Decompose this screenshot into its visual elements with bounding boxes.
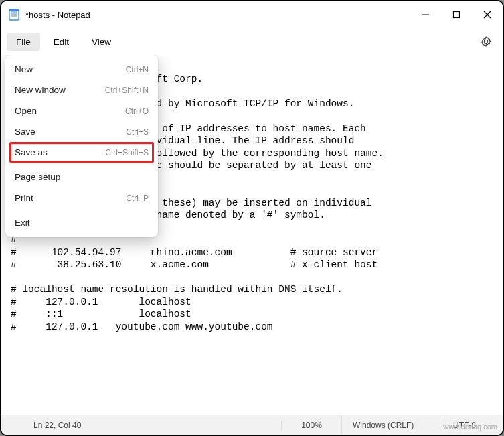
menu-item-label: Open — [15, 106, 37, 116]
status-position-text: Ln 22, Col 40 — [33, 421, 81, 430]
menu-item-save[interactable]: Save Ctrl+S — [8, 121, 155, 142]
window-controls — [410, 1, 503, 28]
file-menu-dropdown: New Ctrl+N New window Ctrl+Shift+N Open … — [5, 55, 158, 237]
window-title: *hosts - Notepad — [25, 10, 410, 20]
status-zoom[interactable]: 100% — [282, 415, 342, 435]
status-encoding: UTF-8 — [442, 415, 503, 435]
content-area: icrosoft Corp. le used by Microsoft TCP/… — [1, 55, 503, 415]
maximize-button[interactable] — [441, 1, 472, 28]
notepad-icon — [8, 9, 20, 21]
menu-view[interactable]: View — [82, 33, 120, 51]
gear-icon — [480, 35, 492, 48]
menu-item-label: Exit — [15, 218, 30, 228]
menu-edit[interactable]: Edit — [44, 33, 78, 51]
menu-item-open[interactable]: Open Ctrl+O — [8, 100, 155, 121]
notepad-window: *hosts - Notepad File Edit View — [0, 0, 504, 436]
menu-item-new-window[interactable]: New window Ctrl+Shift+N — [8, 80, 155, 100]
menu-item-shortcut: Ctrl+N — [126, 65, 149, 74]
close-button[interactable] — [472, 1, 503, 28]
status-line-ending: Windows (CRLF) — [342, 415, 442, 435]
menu-item-print[interactable]: Print Ctrl+P — [8, 188, 155, 208]
menu-item-new[interactable]: New Ctrl+N — [8, 59, 155, 80]
svg-rect-4 — [9, 9, 19, 11]
menu-item-exit[interactable]: Exit — [8, 212, 155, 233]
statusbar: Ln 22, Col 40 100% Windows (CRLF) UTF-8 — [1, 415, 503, 435]
titlebar: *hosts - Notepad — [1, 1, 503, 28]
menu-item-shortcut: Ctrl+Shift+S — [105, 148, 149, 157]
menu-item-save-as[interactable]: Save as Ctrl+Shift+S — [8, 142, 155, 163]
svg-rect-6 — [454, 12, 460, 18]
settings-button[interactable] — [475, 30, 497, 53]
menu-item-shortcut: Ctrl+O — [125, 106, 149, 116]
menu-item-label: Print — [15, 193, 33, 203]
menu-item-label: Page setup — [15, 172, 60, 182]
menu-item-label: Save — [15, 127, 35, 137]
minimize-button[interactable] — [410, 1, 441, 28]
menu-file[interactable]: File — [7, 33, 40, 51]
menubar: File Edit View — [1, 28, 503, 55]
status-position: Ln 22, Col 40 — [1, 421, 282, 430]
menu-item-page-setup[interactable]: Page setup — [8, 167, 155, 188]
menu-item-shortcut: Ctrl+Shift+N — [105, 86, 149, 95]
menu-item-shortcut: Ctrl+S — [126, 127, 149, 137]
menu-item-shortcut: Ctrl+P — [126, 194, 149, 203]
menu-item-label: New window — [15, 85, 66, 95]
menu-item-label: New — [15, 64, 33, 74]
menu-item-label: Save as — [15, 147, 48, 157]
